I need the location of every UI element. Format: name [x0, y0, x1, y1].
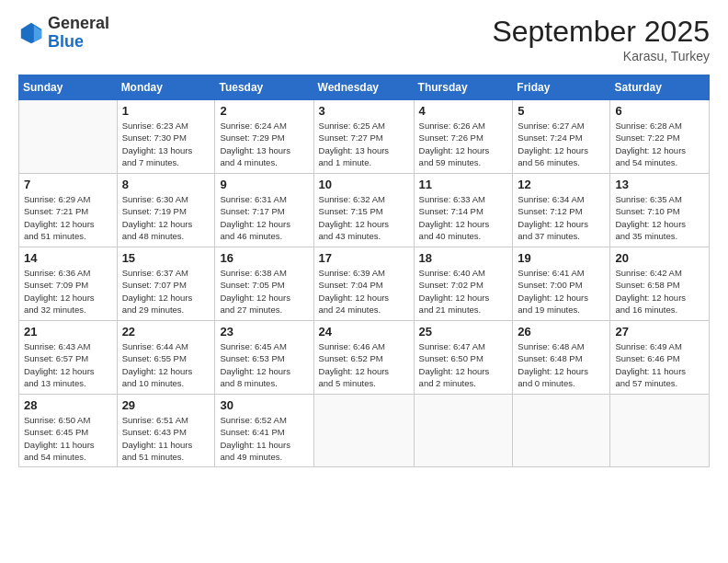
calendar-cell: 25Sunrise: 6:47 AM Sunset: 6:50 PM Dayli… [414, 321, 513, 395]
calendar-week-row: 21Sunrise: 6:43 AM Sunset: 6:57 PM Dayli… [19, 321, 710, 395]
calendar-cell: 20Sunrise: 6:42 AM Sunset: 6:58 PM Dayli… [610, 247, 710, 321]
calendar-week-row: 14Sunrise: 6:36 AM Sunset: 7:09 PM Dayli… [19, 247, 710, 321]
day-info: Sunrise: 6:31 AM Sunset: 7:17 PM Dayligh… [220, 193, 308, 242]
day-number: 27 [615, 325, 704, 339]
title-block: September 2025 Karasu, Turkey [492, 15, 710, 63]
location: Karasu, Turkey [492, 49, 710, 63]
day-number: 12 [518, 178, 605, 191]
day-number: 3 [319, 104, 409, 118]
day-info: Sunrise: 6:51 AM Sunset: 6:43 PM Dayligh… [122, 414, 210, 463]
calendar-cell: 5Sunrise: 6:27 AM Sunset: 7:24 PM Daylig… [513, 100, 610, 174]
calendar-cell [513, 395, 610, 467]
calendar-cell: 16Sunrise: 6:38 AM Sunset: 7:05 PM Dayli… [215, 247, 313, 321]
calendar-cell: 26Sunrise: 6:48 AM Sunset: 6:48 PM Dayli… [513, 321, 610, 395]
day-info: Sunrise: 6:24 AM Sunset: 7:29 PM Dayligh… [220, 120, 308, 168]
weekday-header: Saturday [610, 75, 710, 100]
calendar-cell: 17Sunrise: 6:39 AM Sunset: 7:04 PM Dayli… [313, 247, 414, 321]
weekday-header: Sunday [19, 75, 118, 100]
calendar-week-row: 1Sunrise: 6:23 AM Sunset: 7:30 PM Daylig… [19, 100, 710, 174]
day-info: Sunrise: 6:44 AM Sunset: 6:55 PM Dayligh… [122, 340, 210, 389]
logo: General Blue [18, 15, 109, 52]
weekday-header: Wednesday [313, 75, 414, 100]
day-info: Sunrise: 6:36 AM Sunset: 7:09 PM Dayligh… [24, 267, 112, 316]
day-info: Sunrise: 6:50 AM Sunset: 6:45 PM Dayligh… [24, 414, 112, 463]
day-number: 6 [615, 104, 704, 118]
day-number: 2 [220, 104, 308, 118]
calendar-cell [414, 395, 513, 467]
day-info: Sunrise: 6:45 AM Sunset: 6:53 PM Dayligh… [220, 340, 308, 389]
day-number: 11 [419, 178, 508, 191]
calendar-cell: 15Sunrise: 6:37 AM Sunset: 7:07 PM Dayli… [117, 247, 215, 321]
day-info: Sunrise: 6:29 AM Sunset: 7:21 PM Dayligh… [24, 193, 112, 242]
day-info: Sunrise: 6:49 AM Sunset: 6:46 PM Dayligh… [615, 340, 704, 389]
day-info: Sunrise: 6:47 AM Sunset: 6:50 PM Dayligh… [419, 340, 508, 389]
day-number: 26 [518, 325, 605, 339]
calendar-week-row: 28Sunrise: 6:50 AM Sunset: 6:45 PM Dayli… [19, 395, 710, 467]
day-info: Sunrise: 6:35 AM Sunset: 7:10 PM Dayligh… [615, 193, 704, 242]
day-number: 7 [24, 178, 112, 191]
calendar-cell: 19Sunrise: 6:41 AM Sunset: 7:00 PM Dayli… [513, 247, 610, 321]
calendar-cell: 27Sunrise: 6:49 AM Sunset: 6:46 PM Dayli… [610, 321, 710, 395]
calendar-table: SundayMondayTuesdayWednesdayThursdayFrid… [18, 75, 710, 467]
calendar-cell: 2Sunrise: 6:24 AM Sunset: 7:29 PM Daylig… [215, 100, 313, 174]
day-info: Sunrise: 6:25 AM Sunset: 7:27 PM Dayligh… [319, 120, 409, 168]
day-info: Sunrise: 6:46 AM Sunset: 6:52 PM Dayligh… [319, 340, 409, 389]
day-number: 4 [419, 104, 508, 118]
day-info: Sunrise: 6:40 AM Sunset: 7:02 PM Dayligh… [419, 267, 508, 316]
header: General Blue September 2025 Karasu, Turk… [18, 15, 710, 63]
day-info: Sunrise: 6:32 AM Sunset: 7:15 PM Dayligh… [319, 193, 409, 242]
calendar-cell: 12Sunrise: 6:34 AM Sunset: 7:12 PM Dayli… [513, 174, 610, 247]
calendar-cell: 6Sunrise: 6:28 AM Sunset: 7:22 PM Daylig… [610, 100, 710, 174]
weekday-header: Tuesday [215, 75, 313, 100]
day-info: Sunrise: 6:43 AM Sunset: 6:57 PM Dayligh… [24, 340, 112, 389]
day-number: 20 [615, 251, 704, 265]
day-number: 19 [518, 251, 605, 265]
calendar-cell: 3Sunrise: 6:25 AM Sunset: 7:27 PM Daylig… [313, 100, 414, 174]
calendar-cell: 7Sunrise: 6:29 AM Sunset: 7:21 PM Daylig… [19, 174, 118, 247]
weekday-header: Friday [513, 75, 610, 100]
calendar-cell: 23Sunrise: 6:45 AM Sunset: 6:53 PM Dayli… [215, 321, 313, 395]
calendar-cell: 4Sunrise: 6:26 AM Sunset: 7:26 PM Daylig… [414, 100, 513, 174]
page: General Blue September 2025 Karasu, Turk… [0, 0, 728, 563]
day-number: 21 [24, 325, 112, 339]
day-number: 22 [122, 325, 210, 339]
calendar-cell [313, 395, 414, 467]
day-number: 5 [518, 104, 605, 118]
calendar-cell [610, 395, 710, 467]
day-number: 28 [24, 398, 112, 412]
day-number: 16 [220, 251, 308, 265]
day-info: Sunrise: 6:37 AM Sunset: 7:07 PM Dayligh… [122, 267, 210, 316]
calendar-cell: 1Sunrise: 6:23 AM Sunset: 7:30 PM Daylig… [117, 100, 215, 174]
calendar-cell [19, 100, 118, 174]
calendar-cell: 29Sunrise: 6:51 AM Sunset: 6:43 PM Dayli… [117, 395, 215, 467]
day-info: Sunrise: 6:52 AM Sunset: 6:41 PM Dayligh… [220, 414, 308, 463]
logo-blue: Blue [48, 32, 84, 51]
day-number: 24 [319, 325, 409, 339]
calendar-cell: 11Sunrise: 6:33 AM Sunset: 7:14 PM Dayli… [414, 174, 513, 247]
day-info: Sunrise: 6:39 AM Sunset: 7:04 PM Dayligh… [319, 267, 409, 316]
day-number: 25 [419, 325, 508, 339]
calendar-cell: 21Sunrise: 6:43 AM Sunset: 6:57 PM Dayli… [19, 321, 118, 395]
calendar-cell: 8Sunrise: 6:30 AM Sunset: 7:19 PM Daylig… [117, 174, 215, 247]
day-number: 10 [319, 178, 409, 191]
weekday-header-row: SundayMondayTuesdayWednesdayThursdayFrid… [19, 75, 710, 100]
logo-general: General [48, 14, 109, 32]
logo-text: General Blue [48, 15, 109, 52]
day-number: 1 [122, 104, 210, 118]
day-number: 30 [220, 398, 308, 412]
day-info: Sunrise: 6:33 AM Sunset: 7:14 PM Dayligh… [419, 193, 508, 242]
day-number: 8 [122, 178, 210, 191]
day-number: 29 [122, 398, 210, 412]
day-info: Sunrise: 6:28 AM Sunset: 7:22 PM Dayligh… [615, 120, 704, 168]
day-info: Sunrise: 6:42 AM Sunset: 6:58 PM Dayligh… [615, 267, 704, 316]
day-number: 15 [122, 251, 210, 265]
day-number: 14 [24, 251, 112, 265]
month-title: September 2025 [492, 15, 710, 49]
day-number: 13 [615, 178, 704, 191]
day-info: Sunrise: 6:26 AM Sunset: 7:26 PM Dayligh… [419, 120, 508, 168]
weekday-header: Monday [117, 75, 215, 100]
calendar-cell: 13Sunrise: 6:35 AM Sunset: 7:10 PM Dayli… [610, 174, 710, 247]
calendar-cell: 24Sunrise: 6:46 AM Sunset: 6:52 PM Dayli… [313, 321, 414, 395]
day-info: Sunrise: 6:38 AM Sunset: 7:05 PM Dayligh… [220, 267, 308, 316]
calendar-cell: 10Sunrise: 6:32 AM Sunset: 7:15 PM Dayli… [313, 174, 414, 247]
